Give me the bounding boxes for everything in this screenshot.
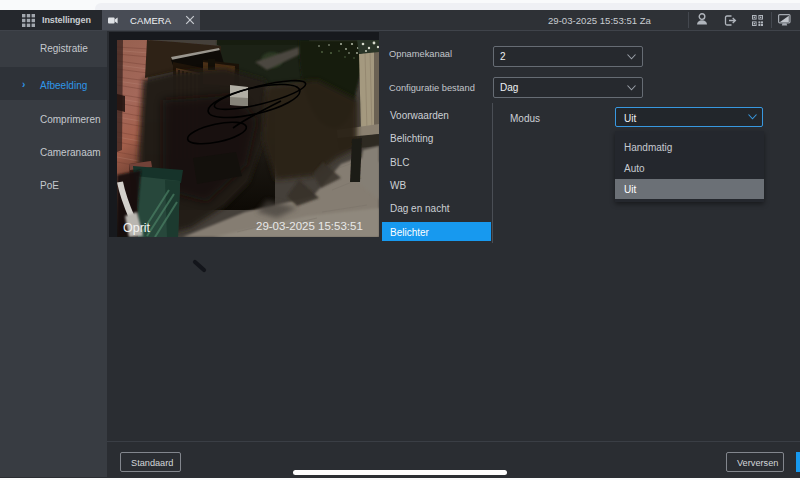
svg-text:Oprit: Oprit xyxy=(123,221,151,235)
svg-text:29-03-2025 15:53:51: 29-03-2025 15:53:51 xyxy=(256,220,363,232)
